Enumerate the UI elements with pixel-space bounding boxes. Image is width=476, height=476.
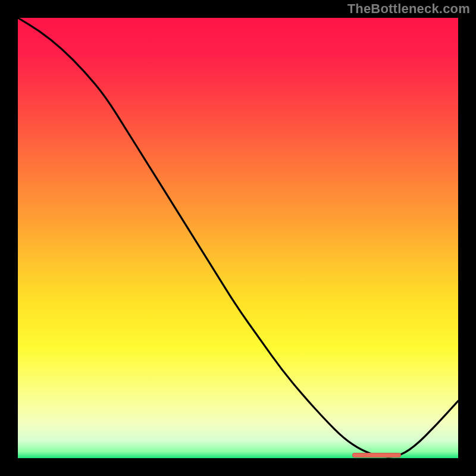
heat-gradient-background [18, 18, 458, 458]
plot-area [18, 18, 458, 458]
optimal-zone-marker [352, 453, 400, 458]
attribution-text: TheBottleneck.com [347, 1, 470, 17]
chart-stage: TheBottleneck.com [0, 0, 476, 476]
